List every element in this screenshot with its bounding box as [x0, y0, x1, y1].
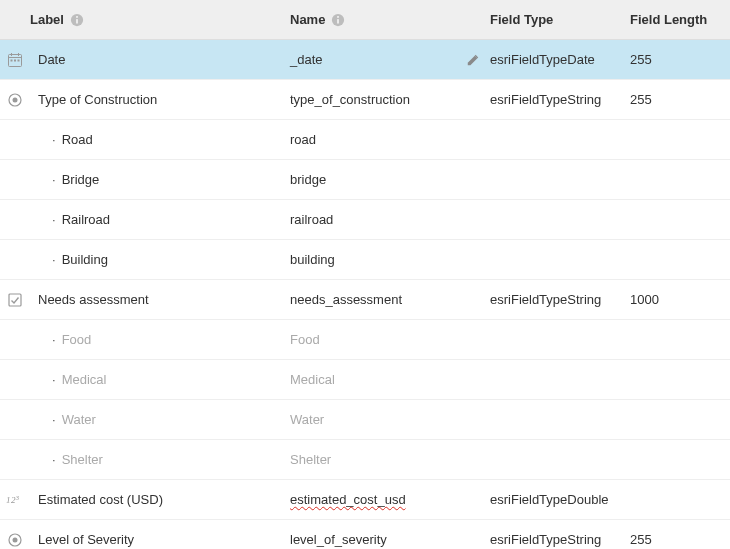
number-icon: 123	[0, 493, 30, 507]
subrow-label: ·Medical	[30, 372, 290, 387]
header-label-text: Label	[30, 12, 64, 27]
subrow-label: ·Bridge	[30, 172, 290, 187]
table-subrow[interactable]: ·Railroadrailroad	[0, 200, 730, 240]
header-name-text: Name	[290, 12, 325, 27]
table-subrow[interactable]: ·MedicalMedical	[0, 360, 730, 400]
subrow-name: building	[290, 252, 490, 267]
row-name: level_of_severity	[290, 532, 490, 547]
header-fieldlength[interactable]: Field Length	[630, 12, 730, 27]
table-subrow[interactable]: ·Buildingbuilding	[0, 240, 730, 280]
subrow-name: Food	[290, 332, 490, 347]
subrow-name: railroad	[290, 212, 490, 227]
subrow-name: bridge	[290, 172, 490, 187]
row-fieldlength: 255	[630, 52, 730, 67]
row-fieldtype: esriFieldTypeDate	[490, 52, 630, 67]
svg-rect-1	[76, 19, 77, 23]
subrow-name: Medical	[290, 372, 490, 387]
subrow-name: Shelter	[290, 452, 490, 467]
info-icon[interactable]	[70, 13, 84, 27]
svg-point-2	[76, 16, 78, 18]
row-fieldtype: esriFieldTypeString	[490, 292, 630, 307]
table-header: Label Name Field Type Field Length	[0, 0, 730, 40]
svg-point-20	[13, 537, 18, 542]
row-name: estimated_cost_usd	[290, 492, 490, 507]
table-subrow[interactable]: ·ShelterShelter	[0, 440, 730, 480]
svg-text:1: 1	[6, 495, 11, 505]
table-row[interactable]: Level of Severitylevel_of_severityesriFi…	[0, 520, 730, 549]
radio-icon	[0, 532, 30, 548]
checkbox-icon	[0, 292, 30, 308]
svg-text:3: 3	[15, 494, 20, 501]
row-fieldtype: esriFieldTypeString	[490, 532, 630, 547]
subrow-name: road	[290, 132, 490, 147]
subrow-label: ·Railroad	[30, 212, 290, 227]
row-label: Level of Severity	[30, 532, 290, 547]
pencil-icon[interactable]	[466, 53, 480, 67]
row-fieldtype: esriFieldTypeString	[490, 92, 630, 107]
info-icon[interactable]	[331, 13, 345, 27]
header-fieldtype[interactable]: Field Type	[490, 12, 630, 27]
svg-rect-4	[338, 19, 339, 23]
calendar-icon	[0, 52, 30, 68]
row-fieldtype: esriFieldTypeDouble	[490, 492, 630, 507]
row-name: needs_assessment	[290, 292, 490, 307]
table-body: Date_dateesriFieldTypeDate255Type of Con…	[0, 40, 730, 549]
radio-icon	[0, 92, 30, 108]
table-row[interactable]: 123Estimated cost (USD)estimated_cost_us…	[0, 480, 730, 520]
table-row[interactable]: Type of Constructiontype_of_construction…	[0, 80, 730, 120]
svg-rect-11	[14, 59, 16, 61]
svg-point-14	[13, 97, 18, 102]
header-name[interactable]: Name	[290, 12, 490, 27]
table-subrow[interactable]: ·Roadroad	[0, 120, 730, 160]
svg-rect-12	[18, 59, 20, 61]
row-name: _date	[290, 52, 490, 67]
table-row[interactable]: Needs assessmentneeds_assessmentesriFiel…	[0, 280, 730, 320]
row-label: Type of Construction	[30, 92, 290, 107]
header-fieldtype-text: Field Type	[490, 12, 553, 27]
table-subrow[interactable]: ·FoodFood	[0, 320, 730, 360]
subrow-label: ·Food	[30, 332, 290, 347]
svg-rect-15	[9, 294, 21, 306]
subrow-label: ·Water	[30, 412, 290, 427]
row-fieldlength: 255	[630, 92, 730, 107]
fields-table: Label Name Field Type Field Length Date_…	[0, 0, 730, 549]
subrow-label: ·Road	[30, 132, 290, 147]
subrow-name: Water	[290, 412, 490, 427]
row-fieldlength: 1000	[630, 292, 730, 307]
row-label: Date	[30, 52, 290, 67]
svg-point-5	[338, 16, 340, 18]
table-subrow[interactable]: ·WaterWater	[0, 400, 730, 440]
table-row[interactable]: Date_dateesriFieldTypeDate255	[0, 40, 730, 80]
subrow-label: ·Building	[30, 252, 290, 267]
header-fieldlength-text: Field Length	[630, 12, 707, 27]
row-name: type_of_construction	[290, 92, 490, 107]
row-label: Needs assessment	[30, 292, 290, 307]
table-subrow[interactable]: ·Bridgebridge	[0, 160, 730, 200]
row-fieldlength: 255	[630, 532, 730, 547]
svg-rect-10	[11, 59, 13, 61]
header-label[interactable]: Label	[30, 12, 290, 27]
row-label: Estimated cost (USD)	[30, 492, 290, 507]
subrow-label: ·Shelter	[30, 452, 290, 467]
